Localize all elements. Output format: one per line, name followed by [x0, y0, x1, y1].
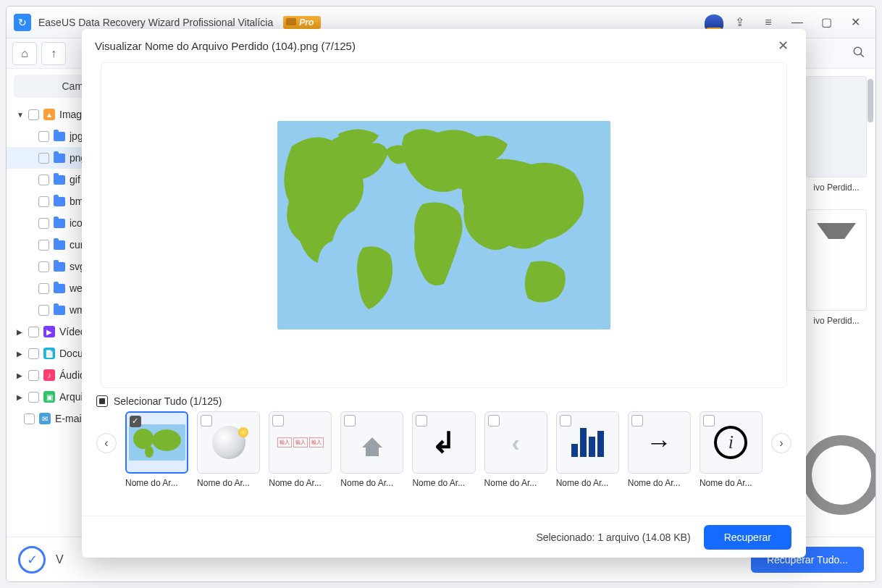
chevron-right-icon: ▶: [17, 371, 24, 379]
checkbox[interactable]: [38, 218, 49, 229]
input-tags-icon: 输入输入输入: [277, 437, 324, 448]
folder-icon: [54, 175, 65, 185]
checkbox[interactable]: [488, 415, 500, 427]
thumb-label: Nome do Ar...: [125, 478, 188, 488]
checkbox[interactable]: [28, 109, 39, 120]
pro-badge: Pro: [283, 16, 321, 29]
checkbox[interactable]: [416, 415, 427, 427]
modal-title: Visualizar Nome do Arquivo Perdido (104)…: [95, 40, 356, 52]
folder-icon: [54, 197, 65, 206]
file-label: ivo Perdid...: [802, 316, 870, 326]
folder-icon: [54, 262, 65, 272]
checkbox[interactable]: [38, 305, 49, 316]
scan-complete-icon: ✓: [18, 546, 46, 574]
svg-point-0: [854, 47, 862, 55]
select-all-label: Selecionar Tudo (1/125): [114, 395, 222, 407]
image-icon: ▲: [43, 109, 55, 120]
thumb-label: Nome do Ar...: [340, 478, 403, 488]
enter-arrow-icon: ↲: [432, 426, 456, 459]
thumb-label: Nome do Ar...: [197, 478, 260, 488]
email-icon: ✉: [39, 413, 51, 424]
thumb-item[interactable]: Nome do Ar...: [340, 411, 403, 488]
svg-line-1: [860, 54, 864, 57]
video-icon: ▶: [43, 326, 55, 337]
info-icon: i: [714, 426, 747, 459]
checkbox[interactable]: [201, 415, 212, 427]
world-map-icon: [129, 424, 185, 461]
preview-area: [101, 62, 787, 388]
checkbox[interactable]: [560, 415, 571, 427]
search-icon[interactable]: [852, 46, 865, 62]
chevron-right-icon: ▶: [17, 328, 24, 336]
home-button[interactable]: ⌂: [12, 42, 37, 65]
close-icon[interactable]: ✕: [773, 35, 793, 56]
recover-button[interactable]: Recuperar: [704, 525, 791, 550]
checkbox[interactable]: [38, 283, 49, 294]
checkbox[interactable]: [38, 175, 49, 185]
thumb-item[interactable]: ↲ Nome do Ar...: [412, 411, 475, 488]
thumb-label: Nome do Ar...: [556, 478, 619, 488]
document-icon: 📄: [43, 348, 55, 359]
arrow-right-icon: →: [646, 427, 672, 458]
checkbox[interactable]: [631, 415, 643, 427]
up-button[interactable]: ↑: [41, 42, 66, 65]
checkbox[interactable]: [344, 415, 356, 427]
window-maximize-icon[interactable]: ▢: [813, 12, 839, 33]
checkbox[interactable]: [38, 196, 49, 207]
file-thumb[interactable]: ivo Perdid...: [806, 209, 867, 311]
checkbox[interactable]: [130, 416, 141, 427]
selection-status: Selecionado: 1 arquivo (14.08 KB): [536, 532, 690, 543]
modal-footer: Selecionado: 1 arquivo (14.08 KB) Recupe…: [82, 516, 806, 558]
checkbox[interactable]: [28, 370, 39, 381]
svg-point-4: [145, 446, 154, 458]
thumb-item[interactable]: Nome do Ar...: [556, 411, 619, 488]
thumb-item[interactable]: Nome do Ar...: [125, 411, 188, 488]
thumb-label: Nome do Ar...: [484, 478, 547, 488]
window-close-icon[interactable]: ✕: [842, 12, 868, 33]
checkbox[interactable]: [28, 327, 39, 337]
app-title: EaseUS Data Recovery Wizard Profissional…: [38, 17, 273, 28]
scrollbar[interactable]: [868, 79, 873, 122]
chevron-right-icon: ▶: [17, 350, 24, 358]
account-icon[interactable]: [705, 14, 723, 30]
checkbox[interactable]: [272, 415, 284, 427]
folder-icon: [54, 240, 65, 250]
world-map-preview: [277, 121, 610, 329]
checkbox[interactable]: [28, 348, 39, 359]
modal-header: Visualizar Nome do Arquivo Perdido (104)…: [82, 29, 806, 62]
satellite-dish-icon: [212, 426, 245, 459]
checkbox[interactable]: [703, 415, 715, 427]
bar-chart-icon: [571, 428, 604, 457]
preview-modal: Visualizar Nome do Arquivo Perdido (104)…: [82, 29, 806, 558]
checkbox[interactable]: [24, 413, 35, 424]
checkbox[interactable]: [38, 153, 49, 164]
thumb-label: Nome do Ar...: [700, 478, 763, 488]
thumb-item[interactable]: ‹ Nome do Ar...: [484, 411, 547, 488]
folder-icon: [54, 132, 65, 141]
thumb-item[interactable]: i Nome do Ar...: [700, 411, 763, 488]
file-thumb[interactable]: ivo Perdid...: [806, 76, 867, 177]
file-label: ivo Perdid...: [802, 182, 870, 193]
chevron-down-icon: ▼: [17, 111, 24, 119]
thumb-item[interactable]: → Nome do Ar...: [628, 411, 691, 488]
checkbox-indeterminate-icon[interactable]: [96, 395, 108, 407]
clock-icon: [802, 435, 875, 515]
checkbox[interactable]: [38, 131, 49, 142]
select-all-row[interactable]: Selecionar Tudo (1/125): [96, 395, 806, 407]
folder-icon: [54, 154, 65, 163]
prev-button[interactable]: ‹: [96, 433, 117, 453]
thumb-label: Nome do Ar...: [269, 478, 332, 488]
archive-icon: ▣: [43, 391, 55, 403]
svg-point-3: [152, 429, 181, 451]
next-button[interactable]: ›: [771, 433, 791, 453]
checkbox[interactable]: [38, 240, 49, 251]
home-icon: [362, 437, 382, 448]
checkbox[interactable]: [28, 392, 39, 403]
app-logo-icon: ↻: [14, 14, 31, 31]
thumb-label: Nome do Ar...: [628, 478, 691, 488]
checkbox[interactable]: [38, 261, 49, 272]
thumb-item[interactable]: Nome do Ar...: [197, 411, 260, 488]
folder-icon: [54, 284, 65, 293]
thumb-item[interactable]: 输入输入输入 Nome do Ar...: [269, 411, 332, 488]
thumb-label: Nome do Ar...: [412, 478, 475, 488]
